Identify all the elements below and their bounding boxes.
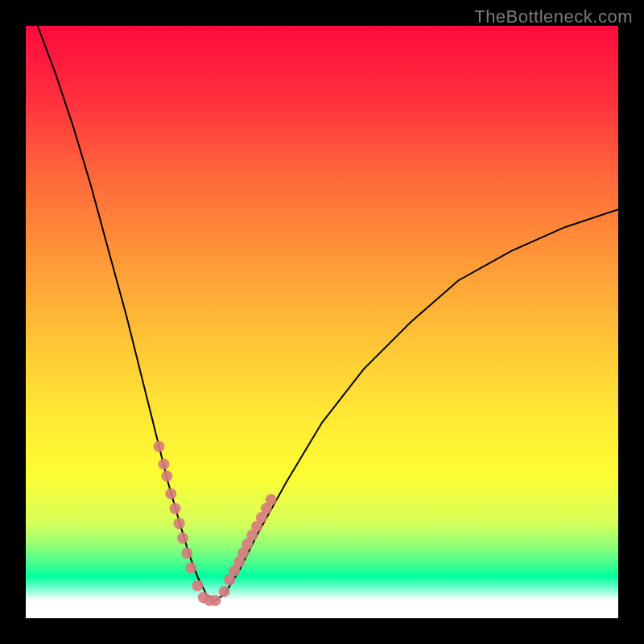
dot (154, 441, 165, 452)
dot (185, 562, 196, 573)
chart-stage: TheBottleneck.com (0, 0, 644, 644)
dot (165, 488, 176, 499)
dot (219, 586, 230, 597)
highlight-dots (154, 441, 277, 606)
dot (161, 470, 172, 481)
dot (210, 595, 221, 606)
dot (159, 459, 170, 470)
dot (181, 547, 192, 559)
dot (192, 580, 203, 592)
plot-area (26, 26, 618, 618)
dot (174, 518, 185, 529)
bottleneck-curve (38, 26, 618, 601)
watermark-text: TheBottleneck.com (474, 6, 633, 27)
dot (177, 533, 188, 544)
chart-svg (26, 26, 618, 618)
dot (170, 503, 181, 514)
dot (266, 494, 277, 506)
